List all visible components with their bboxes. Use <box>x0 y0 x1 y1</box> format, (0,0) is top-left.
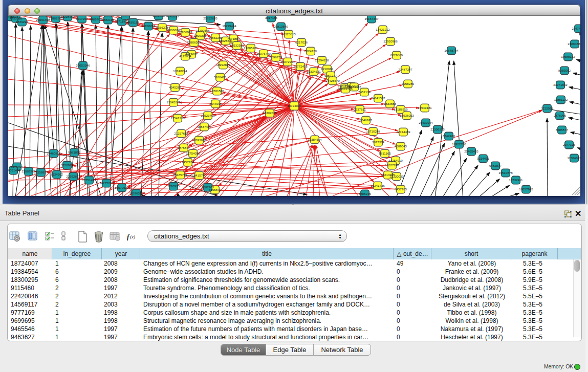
svg-text:1839221: 1839221 <box>16 20 29 24</box>
svg-text:9214491: 9214491 <box>477 157 490 160</box>
svg-text:12920906: 12920906 <box>383 39 398 43</box>
svg-text:23971842: 23971842 <box>553 83 568 86</box>
svg-text:11558837: 11558837 <box>34 170 48 174</box>
svg-text:22330030: 22330030 <box>389 174 404 178</box>
svg-text:8224730: 8224730 <box>304 49 317 53</box>
svg-text:12541238: 12541238 <box>170 116 185 120</box>
svg-text:10327246: 10327246 <box>385 163 399 167</box>
svg-text:13754919: 13754919 <box>388 159 403 162</box>
svg-text:3220921: 3220921 <box>61 163 74 167</box>
svg-text:17956909: 17956909 <box>178 30 192 34</box>
svg-text:9887903: 9887903 <box>202 185 214 189</box>
svg-text:16415740: 16415740 <box>192 173 206 177</box>
svg-text:20053346: 20053346 <box>76 63 90 67</box>
svg-text:9875847: 9875847 <box>178 146 190 149</box>
svg-text:4112034: 4112034 <box>179 54 191 58</box>
svg-text:6217026: 6217026 <box>295 40 308 44</box>
svg-text:8685577: 8685577 <box>556 128 569 132</box>
svg-text:20772475: 20772475 <box>293 64 308 68</box>
svg-text:6482877: 6482877 <box>489 164 502 167</box>
svg-text:24425670: 24425670 <box>325 79 340 82</box>
svg-text:20691406: 20691406 <box>36 18 50 21</box>
svg-text:4389045: 4389045 <box>395 144 407 148</box>
svg-text:5793975: 5793975 <box>167 184 180 188</box>
svg-text:18724007: 18724007 <box>287 104 301 107</box>
svg-text:8646997: 8646997 <box>360 118 373 122</box>
svg-text:23487347: 23487347 <box>398 68 412 71</box>
svg-text:8029889: 8029889 <box>390 53 403 57</box>
svg-text:15157347: 15157347 <box>364 17 379 20</box>
svg-text:4439167: 4439167 <box>127 20 140 24</box>
svg-text:4735650: 4735650 <box>10 16 23 20</box>
svg-text:8369062: 8369062 <box>558 69 571 72</box>
svg-text:8489709: 8489709 <box>90 17 102 21</box>
svg-text:5682115: 5682115 <box>102 18 114 21</box>
svg-text:9217207: 9217207 <box>76 17 89 20</box>
svg-text:8079409: 8079409 <box>11 165 24 168</box>
svg-text:7452134: 7452134 <box>358 90 371 94</box>
svg-text:2876966: 2876966 <box>554 114 567 117</box>
svg-text:23302035: 23302035 <box>263 111 277 115</box>
svg-text:6457765: 6457765 <box>395 187 407 191</box>
svg-text:25485735: 25485735 <box>173 173 187 177</box>
svg-text:10334531: 10334531 <box>307 70 321 73</box>
svg-text:14460856: 14460856 <box>47 151 61 155</box>
svg-text:19299464: 19299464 <box>222 24 236 28</box>
svg-text:22806503: 22806503 <box>187 40 201 44</box>
svg-text:19523409: 19523409 <box>201 114 215 117</box>
svg-text:2537611: 2537611 <box>354 107 366 111</box>
svg-text:13748244: 13748244 <box>173 69 187 73</box>
svg-text:22093651: 22093651 <box>192 138 206 142</box>
svg-text:23936053: 23936053 <box>400 114 414 117</box>
svg-text:25852685: 25852685 <box>203 16 217 20</box>
svg-text:10057945: 10057945 <box>519 187 533 191</box>
svg-text:(x): (x) <box>130 234 135 239</box>
svg-text:16648794: 16648794 <box>444 49 459 52</box>
svg-text:3333883: 3333883 <box>384 102 397 105</box>
svg-text:8811165: 8811165 <box>379 151 391 155</box>
svg-text:6742460: 6742460 <box>443 134 455 138</box>
svg-text:6357277: 6357277 <box>324 74 337 77</box>
svg-text:10710248: 10710248 <box>366 129 380 133</box>
svg-text:24090883: 24090883 <box>568 42 580 46</box>
svg-text:10323815: 10323815 <box>281 32 296 36</box>
svg-text:21257684: 21257684 <box>174 132 188 135</box>
svg-text:24532561: 24532561 <box>230 43 244 47</box>
svg-text:20372723: 20372723 <box>338 87 353 91</box>
svg-text:22744459: 22744459 <box>396 130 410 134</box>
svg-text:16396513: 16396513 <box>129 191 143 195</box>
svg-text:9983893: 9983893 <box>68 150 81 154</box>
svg-text:20813640: 20813640 <box>274 25 288 28</box>
svg-text:13421212: 13421212 <box>376 28 390 31</box>
svg-text:4245263: 4245263 <box>169 85 182 89</box>
svg-text:24641507: 24641507 <box>371 96 385 100</box>
svg-text:3644095: 3644095 <box>209 102 222 105</box>
svg-text:20031404: 20031404 <box>8 168 20 172</box>
svg-text:21439044: 21439044 <box>419 121 433 124</box>
svg-text:23188315: 23188315 <box>394 107 408 111</box>
svg-text:1890399: 1890399 <box>194 34 207 37</box>
svg-text:2066449: 2066449 <box>119 16 132 17</box>
svg-text:13732411: 13732411 <box>509 178 523 182</box>
svg-text:22570529: 22570529 <box>115 186 129 189</box>
svg-text:22306335: 22306335 <box>430 127 445 131</box>
svg-text:5685216: 5685216 <box>359 192 372 195</box>
svg-text:10228452: 10228452 <box>60 16 75 18</box>
svg-text:19384554: 19384554 <box>308 138 322 141</box>
svg-text:8396759: 8396759 <box>270 55 282 59</box>
svg-text:11584847: 11584847 <box>567 156 580 160</box>
svg-text:22474828: 22474828 <box>572 27 580 30</box>
svg-text:1999828: 1999828 <box>153 16 165 17</box>
svg-text:12294238: 12294238 <box>315 58 329 62</box>
svg-text:4143890: 4143890 <box>166 16 179 18</box>
svg-text:11881122: 11881122 <box>554 98 568 101</box>
svg-text:13241736: 13241736 <box>371 184 385 187</box>
svg-text:16072954: 16072954 <box>280 60 295 63</box>
svg-text:10837430: 10837430 <box>197 125 211 128</box>
svg-text:17751421: 17751421 <box>82 178 96 182</box>
svg-text:2457954: 2457954 <box>182 160 194 164</box>
svg-text:21200396: 21200396 <box>195 29 210 32</box>
svg-text:3215958: 3215958 <box>541 106 554 110</box>
svg-text:21754078: 21754078 <box>186 151 200 155</box>
svg-text:18992829: 18992829 <box>216 63 230 67</box>
